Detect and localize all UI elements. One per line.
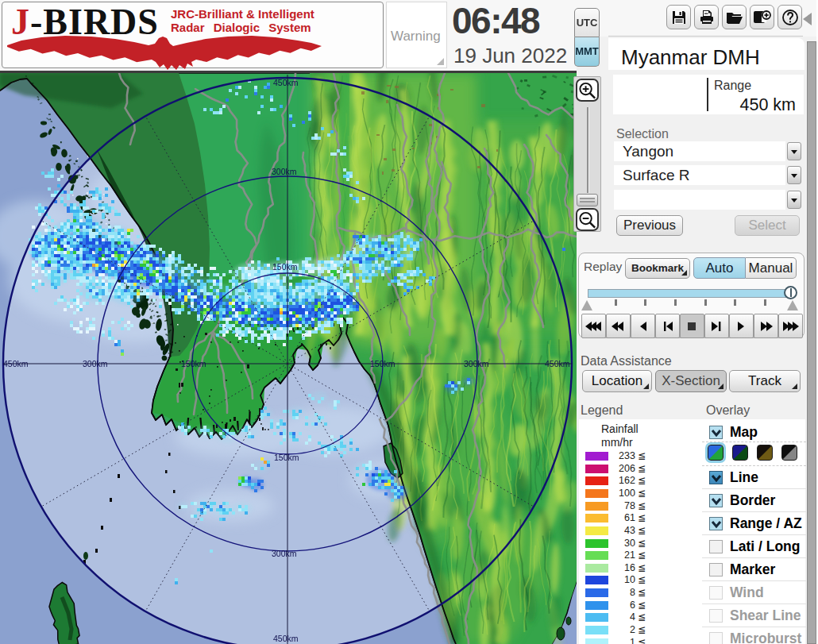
svg-text:450km: 450km bbox=[3, 359, 29, 368]
svg-text:150km: 150km bbox=[272, 262, 298, 272]
svg-text:150km: 150km bbox=[370, 359, 395, 368]
svg-text:150km: 150km bbox=[274, 453, 299, 462]
svg-text:450km: 450km bbox=[273, 78, 299, 87]
svg-text:300km: 300km bbox=[83, 359, 108, 368]
svg-text:300km: 300km bbox=[272, 549, 297, 558]
svg-text:300km: 300km bbox=[272, 167, 297, 176]
svg-text:450km: 450km bbox=[273, 634, 299, 643]
svg-text:450km: 450km bbox=[545, 359, 570, 368]
svg-text:150km: 150km bbox=[181, 359, 206, 368]
svg-text:300km: 300km bbox=[464, 359, 489, 368]
